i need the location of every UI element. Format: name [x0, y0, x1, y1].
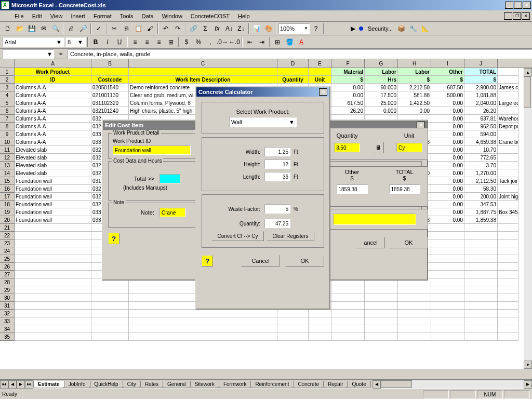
cell[interactable] — [498, 232, 518, 240]
menu-help[interactable]: Help — [234, 12, 254, 20]
cell[interactable]: 500.00 — [431, 91, 464, 99]
cell[interactable] — [464, 286, 498, 294]
quantity-input[interactable]: 3.50 — [334, 143, 360, 152]
cell[interactable]: 2,900.00 — [464, 84, 498, 91]
increase-indent-icon[interactable]: ⇥ — [256, 36, 268, 48]
cell[interactable] — [129, 317, 277, 325]
row-header[interactable]: 11 — [0, 146, 15, 154]
cell[interactable]: 17.500 — [365, 91, 398, 99]
cell[interactable]: 020501540 — [91, 84, 129, 91]
cell[interactable] — [129, 325, 277, 333]
cell[interactable] — [431, 263, 464, 271]
cell[interactable] — [91, 325, 129, 333]
row-header[interactable]: 2 — [0, 76, 15, 84]
cell[interactable] — [498, 333, 518, 341]
cell[interactable]: 962.50 — [464, 123, 498, 130]
edit-ok-button[interactable]: OK — [389, 237, 428, 248]
cell[interactable] — [498, 310, 518, 317]
cell[interactable]: 60.000 — [365, 84, 398, 91]
cell[interactable] — [398, 310, 431, 317]
cell[interactable] — [498, 247, 518, 255]
cell[interactable]: 0.00 — [398, 107, 431, 115]
cell[interactable] — [498, 154, 518, 162]
cell[interactable]: Tack joints — [498, 177, 518, 185]
formula-input[interactable]: Concrete, in-place, walls, grade — [68, 49, 532, 59]
row-header[interactable]: 21 — [0, 224, 15, 232]
cell[interactable] — [464, 317, 498, 325]
tab-nav-last[interactable]: ⏭ — [25, 380, 33, 389]
preview-icon[interactable]: 🔎 — [77, 23, 89, 34]
design-icon[interactable]: 📐 — [419, 23, 431, 34]
cell[interactable] — [431, 333, 464, 341]
cell[interactable] — [331, 294, 365, 302]
cell[interactable]: 0.00 — [431, 130, 464, 138]
col-header-h[interactable]: H — [398, 59, 431, 68]
row-header[interactable]: 14 — [0, 169, 15, 177]
cell[interactable] — [431, 310, 464, 317]
cell[interactable]: 1,270.00 — [464, 169, 498, 177]
new-icon[interactable]: 🗋 — [2, 23, 14, 34]
cell[interactable]: 0.00 — [431, 162, 464, 169]
cell[interactable] — [498, 201, 518, 208]
menu-file[interactable]: File — [10, 12, 28, 20]
copy-icon[interactable]: ⎘ — [121, 23, 132, 34]
cell[interactable] — [277, 310, 309, 317]
row-header[interactable]: 17 — [0, 193, 15, 201]
currency-icon[interactable]: $ — [181, 36, 192, 48]
cell[interactable]: Columns A-A — [15, 91, 91, 99]
cell[interactable]: Elevated slab — [15, 146, 91, 154]
cell[interactable]: Crane buc — [498, 138, 518, 146]
col-header-j[interactable]: J — [464, 59, 498, 68]
row-header[interactable]: 33 — [0, 317, 15, 325]
cell[interactable] — [464, 263, 498, 271]
cell[interactable] — [498, 317, 518, 325]
cell[interactable]: Foundation wall — [15, 201, 91, 208]
help-icon[interactable]: ? — [310, 23, 322, 34]
row-header[interactable]: 12 — [0, 154, 15, 162]
cell[interactable]: 4,659.38 — [464, 138, 498, 146]
cell[interactable]: Foundation wall — [15, 185, 91, 193]
row-header[interactable]: 7 — [0, 115, 15, 123]
zoom-dropdown[interactable]: 100%▼ — [278, 23, 310, 34]
cell[interactable]: 0.00 — [431, 185, 464, 193]
cell[interactable]: 347.53 — [464, 201, 498, 208]
vertical-scrollbar[interactable]: ▲ ▼ — [524, 68, 532, 369]
row-header[interactable]: 16 — [0, 185, 15, 193]
cell[interactable]: Labor — [365, 68, 398, 76]
sheet-tab-estimate[interactable]: Estimate — [33, 381, 64, 388]
cut-icon[interactable]: ✂ — [109, 23, 120, 34]
work-product-id-input[interactable]: Foundation wall — [113, 145, 191, 155]
row-header[interactable]: 5 — [0, 99, 15, 107]
cell[interactable]: 0.00 — [431, 115, 464, 123]
cell[interactable]: 617.50 — [331, 99, 365, 107]
cell[interactable] — [431, 325, 464, 333]
sheet-tab-concrete[interactable]: Concrete — [293, 381, 324, 388]
cell[interactable]: Columns A-A — [15, 99, 91, 107]
cell[interactable]: 0.00 — [431, 208, 464, 216]
cell[interactable] — [91, 286, 129, 294]
underline-icon[interactable]: U — [114, 36, 125, 48]
borders-icon[interactable]: ⊞ — [272, 36, 283, 48]
cell[interactable] — [15, 294, 91, 302]
cell[interactable]: 0.00 — [431, 138, 464, 146]
unit-input[interactable]: Cy — [396, 143, 422, 152]
cell[interactable] — [431, 271, 464, 278]
row-header[interactable]: 22 — [0, 232, 15, 240]
cell[interactable] — [498, 294, 518, 302]
print-icon[interactable]: 🖨 — [65, 23, 77, 34]
col-header-b[interactable]: B — [91, 59, 129, 68]
calc-dialog-titlebar[interactable]: Concrete Calculator ✕ — [196, 87, 329, 97]
cell[interactable]: 10.70 — [464, 146, 498, 154]
sort-desc-icon[interactable]: Z↓ — [235, 23, 247, 34]
cell[interactable] — [431, 232, 464, 240]
cell[interactable] — [498, 162, 518, 169]
cell[interactable] — [431, 247, 464, 255]
cell[interactable] — [277, 68, 309, 76]
cell[interactable]: 58.30 — [464, 185, 498, 193]
col-header-i[interactable]: I — [431, 59, 464, 68]
cell[interactable]: James cre — [498, 84, 518, 91]
cell[interactable]: 0.00 — [431, 177, 464, 185]
fill-color-icon[interactable]: 🪣 — [284, 36, 295, 48]
cell[interactable] — [331, 333, 365, 341]
cell[interactable] — [129, 333, 277, 341]
